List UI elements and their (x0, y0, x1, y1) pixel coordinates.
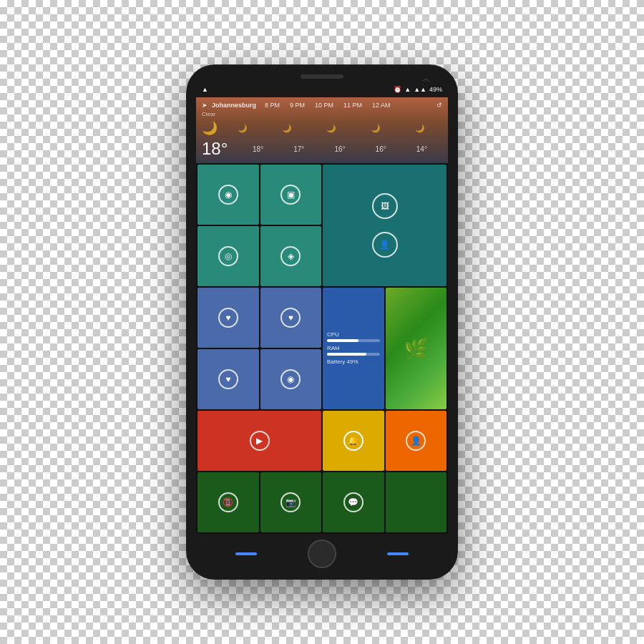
tile-cpu-widget[interactable]: CPU RAM Battery 49% (323, 288, 384, 409)
status-right: ⏰ ▲ ▲▲ 49% (394, 86, 442, 93)
current-weather-icon: 🌙 (202, 120, 218, 136)
tile-health-2[interactable]: ♥ (260, 288, 322, 348)
hourly-icon-5: 🌙 (415, 124, 425, 133)
phone-body: ▲ ⏰ ▲ ▲▲ 49% ➤ Johannesburg 8 (186, 64, 458, 580)
signal-icon: ▲▲ (414, 86, 426, 93)
hour-3: 10 PM (315, 102, 333, 109)
tile-dnd[interactable]: 📵 (197, 472, 259, 532)
hour-4: 11 PM (343, 102, 362, 109)
weather-temps-row: 18° 18° 17° 16° 16° 14° (202, 139, 442, 159)
tile-photo-camera[interactable]: 📷 (260, 472, 322, 532)
temp-5: 14° (416, 145, 427, 153)
wifi-icon: ▲ (404, 86, 411, 93)
hour-1: 8 PM (265, 102, 280, 109)
phone-icon: ◉ (218, 185, 238, 205)
status-bar: ▲ ⏰ ▲ ▲▲ 49% (196, 82, 448, 97)
browser-icon: ◈ (280, 246, 301, 266)
notification-icon: ▲ (202, 86, 208, 93)
tile-gallery-big[interactable]: 🖼 👤 (323, 165, 447, 286)
tile-health-3[interactable]: ♥ (197, 349, 259, 409)
recents-button[interactable] (387, 552, 409, 555)
weather-location-row: ➤ Johannesburg 8 PM 9 PM 10 PM 11 PM 12 … (202, 102, 442, 109)
weather-widget: ➤ Johannesburg 8 PM 9 PM 10 PM 11 PM 12 … (196, 97, 448, 163)
ram-bar (327, 353, 366, 356)
health-icon-1: ♥ (218, 308, 238, 328)
tile-messenger[interactable]: 💬 (323, 472, 384, 532)
temp-3: 16° (334, 145, 345, 153)
gallery-icon: 🖼 (372, 193, 398, 219)
tile-account[interactable]: 👤 (386, 411, 447, 471)
messages-icon: ▣ (280, 185, 301, 205)
weather-hours: 8 PM 9 PM 10 PM 11 PM 12 AM (265, 102, 432, 109)
refresh-icon: ↺ (436, 102, 442, 109)
current-temperature: 18° (202, 139, 230, 159)
tile-nature[interactable]: 🌿 (386, 288, 447, 409)
bell-icon: 🔔 (343, 431, 364, 451)
hourly-icon-3: 🌙 (326, 124, 336, 133)
home-button[interactable] (308, 540, 336, 568)
cpu-widget-content: CPU RAM Battery 49% (323, 327, 384, 371)
youtube-icon: ▶ (250, 431, 270, 451)
contacts-icon: 👤 (372, 232, 398, 258)
nature-background: 🌿 (386, 288, 447, 409)
phone-screen: ▲ ⏰ ▲ ▲▲ 49% ➤ Johannesburg 8 (196, 82, 448, 534)
account-icon: 👤 (406, 431, 426, 451)
phone-bottom-nav (196, 534, 448, 573)
cpu-bar (327, 339, 358, 342)
clear-label: Clear (202, 111, 442, 117)
weather-hourly-icons: 🌙 🌙 🌙 🌙 🌙 (220, 124, 442, 133)
messenger-icon: 💬 (343, 492, 364, 512)
tile-messages[interactable]: ▣ (260, 165, 322, 225)
phone-device: ▲ ⏰ ▲ ▲▲ 49% ➤ Johannesburg 8 (186, 64, 458, 580)
battery-indicator: 49% (429, 86, 442, 93)
dnd-icon: 📵 (218, 492, 238, 512)
status-left: ▲ (202, 86, 208, 93)
tile-phone[interactable]: ◉ (197, 165, 259, 225)
hourly-icon-2: 🌙 (282, 124, 292, 133)
hourly-icon-1: 🌙 (238, 124, 248, 133)
hourly-icon-4: 🌙 (371, 124, 381, 133)
settings-icon: ◉ (280, 369, 301, 389)
temp-2: 17° (293, 145, 304, 153)
ram-label: RAM (327, 345, 380, 351)
tile-camera[interactable]: ◎ (197, 226, 259, 286)
alarm-icon: ⏰ (394, 86, 401, 93)
tile-youtube[interactable]: ▶ (197, 411, 321, 471)
cpu-label: CPU (327, 331, 380, 338)
tile-settings[interactable]: ◉ (260, 349, 322, 409)
weather-hourly-temps: 18° 17° 16° 16° 14° (238, 145, 442, 153)
weather-icons-row: 🌙 🌙 🌙 🌙 🌙 🌙 (202, 120, 442, 136)
health-icon-2: ♥ (280, 308, 301, 328)
hour-5: 12 AM (372, 102, 391, 109)
back-button[interactable] (235, 552, 257, 555)
tile-browser[interactable]: ◈ (260, 226, 322, 286)
weather-location: Johannesburg (212, 102, 256, 109)
health-icon-3: ♥ (218, 369, 238, 389)
phone-speaker (301, 74, 343, 79)
temp-1: 18° (253, 145, 263, 153)
hour-2: 9 PM (290, 102, 305, 109)
tile-notifications[interactable]: 🔔 (323, 411, 384, 471)
tile-health-1[interactable]: ♥ (197, 288, 259, 348)
tile-empty (386, 472, 447, 532)
temp-4: 16° (376, 145, 386, 153)
camera-icon: ◎ (218, 246, 238, 266)
photo-camera-icon: 📷 (280, 492, 301, 512)
app-tiles-grid: ◉ ▣ 🖼 👤 ◎ (196, 163, 448, 534)
phone-top-strip (196, 74, 448, 79)
battery-label: Battery 49% (327, 358, 380, 365)
location-icon: ➤ (202, 102, 208, 109)
